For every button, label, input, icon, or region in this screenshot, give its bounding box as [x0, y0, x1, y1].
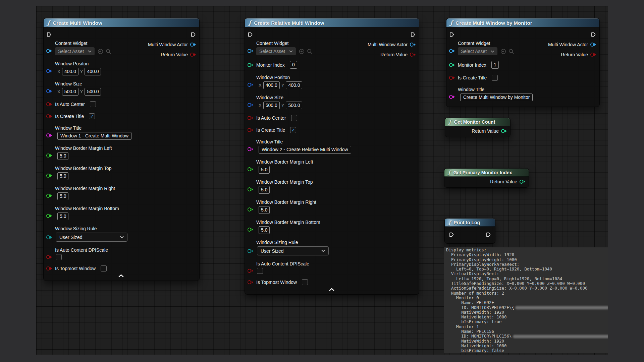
window-title-pin[interactable]	[449, 95, 455, 99]
node-header[interactable]: ƒ Get Primary Monitor Index	[444, 169, 529, 177]
window-title-input[interactable]: Create Multi Window by Monitor	[460, 94, 533, 101]
use-asset-icon[interactable]	[500, 49, 506, 54]
margin-right-input[interactable]: 5.0	[57, 192, 68, 200]
multi-window-actor-pin[interactable]	[410, 43, 416, 47]
is-create-title-pin[interactable]	[449, 76, 455, 80]
margin-left-pin[interactable]	[248, 167, 253, 171]
is-auto-dpi-pin[interactable]	[46, 255, 52, 259]
is-create-title-checkbox[interactable]: ✓	[89, 113, 95, 119]
node-create-relative-multi-window[interactable]: ƒ Create Relative Multi Window Multi Win…	[245, 18, 419, 295]
multi-window-actor-pin[interactable]	[590, 43, 596, 47]
is-create-title-checkbox[interactable]: ✓	[290, 127, 296, 133]
exec-in-pin[interactable]	[248, 32, 253, 37]
is-auto-center-pin[interactable]	[46, 102, 52, 106]
content-widget-pin[interactable]	[449, 49, 455, 53]
content-widget-pin[interactable]	[248, 49, 253, 53]
position-x-input[interactable]: 400.0	[62, 68, 78, 75]
window-size-pin[interactable]	[248, 103, 253, 107]
return-value-pin[interactable]	[501, 129, 507, 133]
browse-asset-icon[interactable]	[307, 49, 313, 54]
window-position-pin[interactable]	[248, 83, 253, 87]
node-get-monitor-count[interactable]: ƒ Get Monitor Count Return Value	[445, 118, 511, 137]
node-header[interactable]: ƒ Get Monitor Count	[445, 118, 510, 126]
exec-in-pin[interactable]	[449, 232, 454, 237]
margin-right-pin[interactable]	[46, 194, 52, 198]
is-auto-center-checkbox[interactable]	[90, 101, 96, 107]
window-title-pin[interactable]	[248, 147, 253, 151]
margin-left-input[interactable]: 5.0	[57, 152, 68, 160]
is-auto-center-checkbox[interactable]	[291, 115, 297, 121]
margin-top-input[interactable]: 5.0	[57, 172, 68, 180]
margin-bottom-input[interactable]: 5.0	[57, 213, 68, 220]
is-topmost-pin[interactable]	[248, 280, 253, 284]
margin-top-pin[interactable]	[46, 174, 52, 178]
collapse-node-button[interactable]	[46, 274, 196, 279]
use-asset-icon[interactable]	[299, 49, 305, 54]
window-position-pin[interactable]	[46, 69, 52, 73]
node-header[interactable]: ƒ Print to Log	[445, 219, 495, 227]
node-header[interactable]: ƒ Create Multi Window by Monitor	[446, 18, 599, 27]
node-header[interactable]: ƒ Create Relative Multi Window	[245, 18, 419, 27]
margin-top-input[interactable]: 5.0	[259, 186, 270, 194]
return-value-pin[interactable]	[520, 180, 525, 184]
monitor-index-pin[interactable]	[248, 63, 253, 67]
is-create-title-pin[interactable]	[46, 114, 52, 118]
return-value-pin[interactable]	[410, 53, 416, 57]
monitor-index-pin[interactable]	[449, 63, 455, 67]
is-topmost-checkbox[interactable]	[101, 265, 107, 272]
is-create-title-pin[interactable]	[248, 128, 253, 132]
position-y-input[interactable]: 400.0	[286, 81, 302, 89]
is-auto-center-pin[interactable]	[248, 116, 253, 120]
sizing-rule-pin[interactable]	[46, 235, 52, 239]
use-asset-icon[interactable]	[98, 49, 103, 54]
node-print-to-log[interactable]: ƒ Print to Log	[444, 218, 495, 244]
select-asset-dropdown[interactable]: Select Asset	[458, 47, 497, 55]
exec-out-pin[interactable]	[486, 232, 491, 237]
margin-right-pin[interactable]	[248, 207, 253, 212]
margin-bottom-input[interactable]: 5.0	[259, 226, 270, 234]
window-title-input[interactable]: Window 2 - Create Relative Multi Window	[259, 146, 351, 154]
is-auto-dpi-checkbox[interactable]	[257, 268, 263, 274]
collapse-node-button[interactable]	[248, 287, 416, 292]
browse-asset-icon[interactable]	[106, 49, 111, 54]
window-title-input[interactable]: Window 1 - Create Multi Window	[57, 132, 131, 140]
node-get-primary-monitor-index[interactable]: ƒ Get Primary Monitor Index Return Value	[444, 168, 529, 188]
margin-top-pin[interactable]	[248, 187, 253, 191]
exec-out-pin[interactable]	[191, 32, 196, 37]
is-auto-dpi-checkbox[interactable]	[56, 254, 62, 260]
window-title-pin[interactable]	[46, 133, 52, 137]
position-x-input[interactable]: 400.0	[263, 81, 280, 89]
margin-bottom-pin[interactable]	[248, 228, 253, 232]
monitor-index-input[interactable]: 1	[491, 61, 499, 69]
exec-out-pin[interactable]	[591, 32, 596, 37]
node-create-multi-window[interactable]: ƒ Create Multi Window Multi Window Actor…	[43, 18, 200, 281]
is-topmost-checkbox[interactable]	[302, 279, 308, 285]
margin-bottom-pin[interactable]	[46, 214, 52, 218]
exec-in-pin[interactable]	[449, 32, 454, 37]
node-header[interactable]: ƒ Create Multi Window	[44, 18, 199, 27]
margin-right-input[interactable]: 5.0	[259, 206, 270, 214]
margin-left-pin[interactable]	[46, 154, 52, 158]
position-y-input[interactable]: 400.0	[85, 68, 101, 75]
size-y-input[interactable]: 500.0	[85, 88, 101, 96]
sizing-rule-dropdown[interactable]: User Sized	[56, 233, 127, 242]
is-topmost-pin[interactable]	[46, 266, 52, 270]
size-y-input[interactable]: 500.0	[286, 102, 302, 109]
select-asset-dropdown[interactable]: Select Asset	[256, 47, 296, 55]
sizing-rule-pin[interactable]	[248, 249, 253, 253]
exec-in-pin[interactable]	[46, 32, 52, 37]
node-create-multi-window-by-monitor[interactable]: ƒ Create Multi Window by Monitor Multi W…	[446, 18, 600, 107]
margin-left-input[interactable]: 5.0	[259, 166, 270, 174]
content-widget-pin[interactable]	[46, 49, 52, 53]
window-size-pin[interactable]	[46, 89, 52, 93]
sizing-rule-dropdown[interactable]: User Sized	[257, 246, 329, 255]
exec-out-pin[interactable]	[410, 32, 416, 37]
return-value-pin[interactable]	[190, 53, 196, 57]
browse-asset-icon[interactable]	[508, 49, 514, 54]
size-x-input[interactable]: 500.0	[263, 102, 280, 109]
multi-window-actor-pin[interactable]	[190, 43, 196, 47]
return-value-pin[interactable]	[590, 53, 596, 57]
size-x-input[interactable]: 500.0	[62, 88, 78, 96]
is-auto-dpi-pin[interactable]	[248, 269, 253, 273]
select-asset-dropdown[interactable]: Select Asset	[55, 47, 95, 55]
